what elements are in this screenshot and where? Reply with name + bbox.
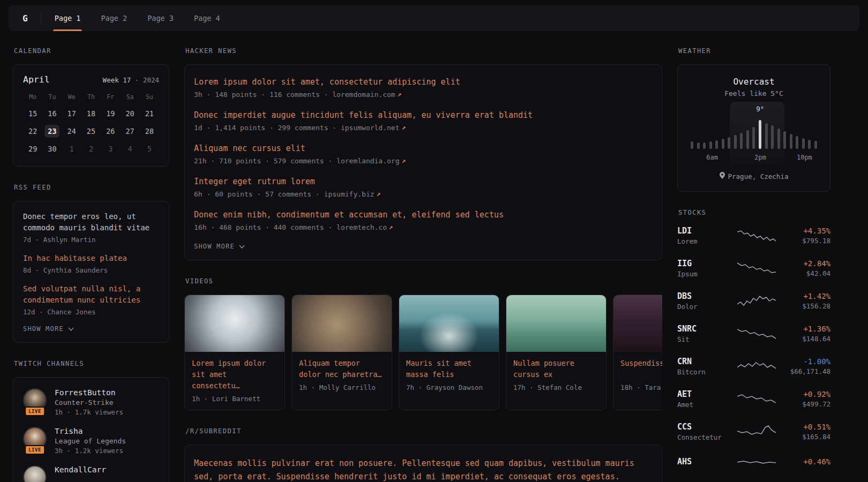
subreddit-post-title[interactable]: Maecenas mollis pulvinar erat non posuer…	[194, 457, 653, 482]
stock-change: +4.35%	[787, 227, 830, 235]
right-column: WEATHER Overcast Feels like 5°C 9° 6am 2…	[677, 47, 830, 482]
weather-panel: Overcast Feels like 5°C 9° 6am 2pm 10pm	[677, 64, 830, 192]
stock-sparkline	[737, 293, 776, 308]
video-title[interactable]: Mauris sit amet massa felis	[406, 358, 492, 380]
stock-name: Amet	[677, 401, 727, 409]
weather-bar	[808, 140, 811, 149]
subreddit-section-title: /R/SUBREDDIT	[185, 427, 662, 435]
calendar-day-next-month: 4	[120, 142, 139, 155]
hackernews-item-meta: 16h · 468 points · 440 comments · loremt…	[194, 223, 653, 231]
external-link-icon[interactable]: →	[399, 156, 407, 165]
hackernews-item-title[interactable]: Lorem ipsum dolor sit amet, consectetur …	[194, 77, 653, 88]
stock-change: +2.84%	[787, 259, 830, 268]
calendar-day: 16	[42, 107, 62, 120]
stock-row: IIG Ipsum +2.84% $42.04	[677, 259, 830, 278]
video-title[interactable]: Nullam posuere cursus ex	[513, 358, 599, 380]
hackernews-item: Donec imperdiet augue tincidunt felis al…	[194, 110, 653, 132]
external-link-icon[interactable]: →	[395, 90, 403, 99]
stock-ticker: IIG	[677, 259, 727, 268]
video-title[interactable]: Aliquam tempor dolor nec pharetra…	[299, 358, 385, 380]
videos-widget: VIDEOS Lorem ipsum dolor sit amet consec…	[184, 277, 662, 410]
weather-bar	[796, 136, 798, 149]
rss-item-title[interactable]: In hac habitasse platea	[23, 253, 159, 264]
video-thumbnail[interactable]	[506, 295, 606, 352]
stock-sparkline	[737, 455, 776, 470]
hackernews-item-meta: 21h · 710 points · 579 comments · loreml…	[194, 157, 653, 165]
live-badge: LIVE	[25, 445, 45, 455]
calendar-dow: Tu	[42, 93, 62, 101]
channel-name[interactable]: Trisha	[55, 427, 126, 435]
stocks-list: LDI Lorem +4.35% $795.18 IIG Ipsum	[677, 226, 830, 470]
rss-section-title: RSS FEED	[14, 184, 169, 191]
twitch-channel-row[interactable]: LIVE ForrestButton Counter-Strike 1h · 1…	[23, 388, 159, 416]
external-link-icon[interactable]: →	[386, 223, 395, 231]
tab-page-1[interactable]: Page 1	[44, 5, 91, 31]
hackernews-item-meta: 3h · 148 points · 116 comments · loremdo…	[194, 91, 653, 99]
avatar: LIVE	[23, 388, 47, 412]
calendar-panel: April Week 17 · 2024 Mo Tu We Th Fr Sa S…	[13, 64, 169, 167]
video-thumbnail[interactable]	[292, 295, 392, 352]
tab-page-2[interactable]: Page 2	[91, 5, 137, 31]
calendar-day-today: 23	[44, 125, 59, 138]
stock-values: +0.46%	[787, 457, 830, 468]
weather-bar	[777, 129, 780, 149]
channel-name[interactable]: KendallCarr	[55, 465, 106, 474]
stocks-section-title: STOCKS	[678, 209, 830, 216]
video-card-body: Aliquam tempor dolor nec pharetra… 1h · …	[292, 352, 392, 398]
rss-show-more-label: SHOW MORE	[23, 325, 64, 333]
rss-item: Sed volutpat nulla nisl, a condimentum n…	[23, 283, 159, 316]
hackernews-item: Aliquam nec cursus elit 21h · 710 points…	[194, 143, 653, 165]
subreddit-widget: /R/SUBREDDIT Maecenas mollis pulvinar er…	[184, 427, 662, 482]
video-thumbnail[interactable]	[613, 295, 662, 352]
tab-page-4[interactable]: Page 4	[184, 5, 230, 31]
twitch-channel-row[interactable]: LIVE Trisha League of Legends 3h · 1.2k …	[23, 427, 159, 455]
stock-values: +0.51% $165.84	[787, 423, 830, 441]
hackernews-item-title[interactable]: Aliquam nec cursus elit	[194, 143, 653, 154]
stock-id: CRN Bitcorn	[677, 357, 727, 376]
external-link-icon[interactable]: →	[373, 190, 382, 198]
hackernews-show-more-button[interactable]: SHOW MORE	[194, 243, 653, 250]
calendar-day: 22	[23, 125, 42, 138]
channel-name[interactable]: ForrestButton	[55, 388, 123, 397]
hackernews-show-more-label: SHOW MORE	[194, 243, 235, 250]
hackernews-item-title[interactable]: Donec enim nibh, condimentum et accumsan…	[194, 209, 653, 221]
video-meta: 1h · Molly Carrillo	[299, 383, 385, 391]
avatar	[23, 465, 47, 482]
rss-item-title[interactable]: Sed volutpat nulla nisl, a condimentum n…	[23, 283, 159, 306]
hackernews-panel: Lorem ipsum dolor sit amet, consectetur …	[184, 64, 662, 260]
stock-price: $499.72	[787, 400, 830, 408]
hackernews-item-title[interactable]: Integer eget rutrum lorem	[194, 176, 653, 187]
stock-id: IIG Ipsum	[677, 259, 727, 278]
tab-page-3[interactable]: Page 3	[137, 5, 184, 31]
external-link-icon[interactable]: →	[399, 123, 407, 132]
stock-values: +0.92% $499.72	[787, 390, 830, 408]
rss-item-title[interactable]: Donec tempor eros leo, ut commodo mauris…	[23, 211, 159, 234]
calendar-day-next-month: 3	[101, 142, 120, 155]
app-logo[interactable]: G	[23, 5, 41, 31]
weather-bar	[740, 133, 743, 149]
calendar-dow: Th	[81, 93, 101, 101]
weather-bar	[752, 127, 755, 149]
channel-info: Trisha League of Legends 3h · 1.2k viewe…	[55, 427, 126, 455]
stock-change: +0.51%	[787, 423, 830, 431]
twitch-channel-row[interactable]: KendallCarr	[23, 465, 159, 482]
chevron-down-icon	[239, 245, 245, 248]
topbar-divider	[41, 12, 41, 25]
stock-name: Bitcorn	[677, 368, 727, 376]
video-title[interactable]: Lorem ipsum dolor sit amet consectetu…	[192, 358, 278, 391]
video-thumbnail[interactable]	[399, 295, 499, 352]
video-thumbnail[interactable]	[185, 295, 285, 352]
calendar-dow: Mo	[23, 93, 42, 101]
weather-bar	[746, 130, 749, 149]
stock-row: SNRC Sit +1.36% $148.64	[677, 324, 830, 343]
rss-show-more-button[interactable]: SHOW MORE	[23, 325, 159, 333]
rss-item-meta: 7d · Ashlyn Martin	[23, 236, 159, 244]
calendar-week: Week 17	[103, 76, 131, 84]
stock-sparkline	[737, 391, 776, 406]
calendar-dow: Sa	[120, 93, 139, 101]
stock-name: Sit	[677, 335, 727, 343]
video-title[interactable]: Suspendisse diam	[620, 358, 662, 380]
stock-ticker: AHS	[677, 457, 727, 466]
hackernews-item-title[interactable]: Donec imperdiet augue tincidunt felis al…	[194, 110, 653, 121]
weather-location: Prague, Czechia	[689, 172, 819, 180]
